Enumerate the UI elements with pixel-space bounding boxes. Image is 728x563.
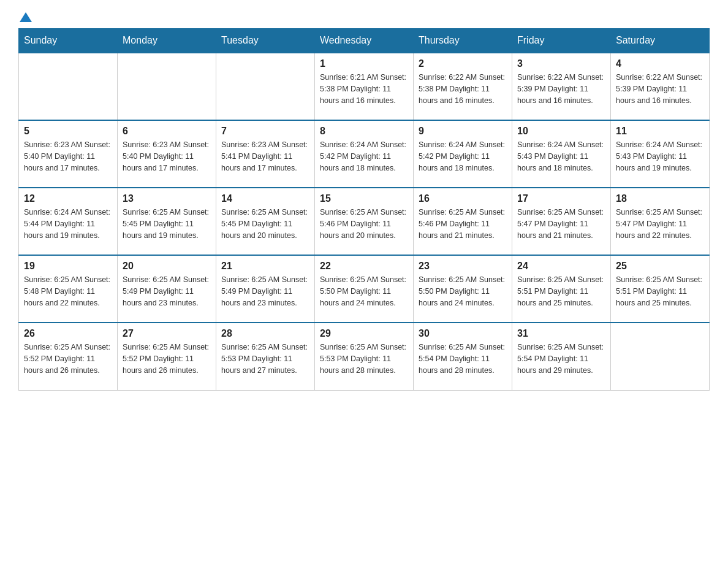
calendar-cell: 15Sunrise: 6:25 AM Sunset: 5:46 PM Dayli… xyxy=(315,188,414,255)
calendar-cell: 27Sunrise: 6:25 AM Sunset: 5:52 PM Dayli… xyxy=(118,323,216,390)
calendar-table: SundayMondayTuesdayWednesdayThursdayFrid… xyxy=(18,28,710,391)
calendar-cell: 7Sunrise: 6:23 AM Sunset: 5:41 PM Daylig… xyxy=(216,120,315,188)
calendar-cell: 1Sunrise: 6:21 AM Sunset: 5:38 PM Daylig… xyxy=(315,53,414,120)
day-number: 8 xyxy=(320,126,408,137)
logo xyxy=(18,12,32,22)
day-number: 29 xyxy=(320,328,408,339)
week-row-3: 12Sunrise: 6:24 AM Sunset: 5:44 PM Dayli… xyxy=(19,188,710,255)
calendar-cell: 16Sunrise: 6:25 AM Sunset: 5:46 PM Dayli… xyxy=(414,188,512,255)
day-info: Sunrise: 6:23 AM Sunset: 5:41 PM Dayligh… xyxy=(221,139,309,174)
calendar-cell: 13Sunrise: 6:25 AM Sunset: 5:45 PM Dayli… xyxy=(118,188,216,255)
calendar-cell: 6Sunrise: 6:23 AM Sunset: 5:40 PM Daylig… xyxy=(118,120,216,188)
day-info: Sunrise: 6:21 AM Sunset: 5:38 PM Dayligh… xyxy=(320,72,408,106)
week-row-5: 26Sunrise: 6:25 AM Sunset: 5:52 PM Dayli… xyxy=(19,323,710,390)
calendar-cell: 4Sunrise: 6:22 AM Sunset: 5:39 PM Daylig… xyxy=(611,53,710,120)
calendar-cell: 10Sunrise: 6:24 AM Sunset: 5:43 PM Dayli… xyxy=(512,120,611,188)
day-info: Sunrise: 6:25 AM Sunset: 5:49 PM Dayligh… xyxy=(221,274,309,308)
day-number: 20 xyxy=(123,261,211,272)
calendar-cell: 29Sunrise: 6:25 AM Sunset: 5:53 PM Dayli… xyxy=(315,323,414,390)
day-info: Sunrise: 6:25 AM Sunset: 5:45 PM Dayligh… xyxy=(221,207,309,241)
day-number: 27 xyxy=(123,328,211,339)
day-number: 15 xyxy=(320,193,408,204)
day-number: 11 xyxy=(616,126,704,137)
day-number: 28 xyxy=(221,328,309,339)
calendar-cell xyxy=(216,53,315,120)
header-day-wednesday: Wednesday xyxy=(315,29,414,53)
week-row-1: 1Sunrise: 6:21 AM Sunset: 5:38 PM Daylig… xyxy=(19,53,710,120)
day-info: Sunrise: 6:24 AM Sunset: 5:43 PM Dayligh… xyxy=(616,139,704,174)
day-info: Sunrise: 6:25 AM Sunset: 5:46 PM Dayligh… xyxy=(320,207,408,241)
header-day-saturday: Saturday xyxy=(611,29,710,53)
day-number: 1 xyxy=(320,58,408,69)
header-day-monday: Monday xyxy=(118,29,216,53)
day-info: Sunrise: 6:25 AM Sunset: 5:54 PM Dayligh… xyxy=(517,342,605,376)
calendar-cell: 2Sunrise: 6:22 AM Sunset: 5:38 PM Daylig… xyxy=(414,53,512,120)
day-number: 9 xyxy=(419,126,507,137)
calendar-cell: 14Sunrise: 6:25 AM Sunset: 5:45 PM Dayli… xyxy=(216,188,315,255)
day-number: 18 xyxy=(616,193,704,204)
calendar-cell: 30Sunrise: 6:25 AM Sunset: 5:54 PM Dayli… xyxy=(414,323,512,390)
day-info: Sunrise: 6:22 AM Sunset: 5:38 PM Dayligh… xyxy=(419,72,507,106)
calendar-cell: 18Sunrise: 6:25 AM Sunset: 5:47 PM Dayli… xyxy=(611,188,710,255)
header-day-sunday: Sunday xyxy=(19,29,118,53)
calendar-cell: 31Sunrise: 6:25 AM Sunset: 5:54 PM Dayli… xyxy=(512,323,611,390)
calendar-cell: 28Sunrise: 6:25 AM Sunset: 5:53 PM Dayli… xyxy=(216,323,315,390)
day-info: Sunrise: 6:25 AM Sunset: 5:53 PM Dayligh… xyxy=(320,342,408,376)
day-info: Sunrise: 6:24 AM Sunset: 5:43 PM Dayligh… xyxy=(517,139,605,174)
day-info: Sunrise: 6:25 AM Sunset: 5:52 PM Dayligh… xyxy=(24,342,112,376)
day-info: Sunrise: 6:23 AM Sunset: 5:40 PM Dayligh… xyxy=(24,139,112,174)
calendar-cell: 20Sunrise: 6:25 AM Sunset: 5:49 PM Dayli… xyxy=(118,255,216,323)
calendar-cell: 26Sunrise: 6:25 AM Sunset: 5:52 PM Dayli… xyxy=(19,323,118,390)
day-info: Sunrise: 6:25 AM Sunset: 5:47 PM Dayligh… xyxy=(616,207,704,241)
day-number: 23 xyxy=(419,261,507,272)
calendar-cell: 11Sunrise: 6:24 AM Sunset: 5:43 PM Dayli… xyxy=(611,120,710,188)
calendar-cell: 3Sunrise: 6:22 AM Sunset: 5:39 PM Daylig… xyxy=(512,53,611,120)
week-row-4: 19Sunrise: 6:25 AM Sunset: 5:48 PM Dayli… xyxy=(19,255,710,323)
day-info: Sunrise: 6:25 AM Sunset: 5:50 PM Dayligh… xyxy=(419,274,507,308)
calendar-cell: 17Sunrise: 6:25 AM Sunset: 5:47 PM Dayli… xyxy=(512,188,611,255)
day-number: 30 xyxy=(419,328,507,339)
day-number: 14 xyxy=(221,193,309,204)
day-info: Sunrise: 6:25 AM Sunset: 5:51 PM Dayligh… xyxy=(517,274,605,308)
calendar-cell: 24Sunrise: 6:25 AM Sunset: 5:51 PM Dayli… xyxy=(512,255,611,323)
day-number: 3 xyxy=(517,58,605,69)
calendar-cell: 9Sunrise: 6:24 AM Sunset: 5:42 PM Daylig… xyxy=(414,120,512,188)
day-number: 2 xyxy=(419,58,507,69)
calendar-cell: 8Sunrise: 6:24 AM Sunset: 5:42 PM Daylig… xyxy=(315,120,414,188)
page-header xyxy=(18,12,710,22)
day-number: 10 xyxy=(517,126,605,137)
day-number: 6 xyxy=(123,126,211,137)
day-info: Sunrise: 6:25 AM Sunset: 5:51 PM Dayligh… xyxy=(616,274,704,308)
header-row: SundayMondayTuesdayWednesdayThursdayFrid… xyxy=(19,29,710,53)
day-info: Sunrise: 6:24 AM Sunset: 5:42 PM Dayligh… xyxy=(320,139,408,174)
day-info: Sunrise: 6:25 AM Sunset: 5:45 PM Dayligh… xyxy=(123,207,211,241)
day-number: 31 xyxy=(517,328,605,339)
day-number: 7 xyxy=(221,126,309,137)
day-number: 24 xyxy=(517,261,605,272)
day-info: Sunrise: 6:25 AM Sunset: 5:48 PM Dayligh… xyxy=(24,274,112,308)
header-day-thursday: Thursday xyxy=(414,29,512,53)
day-number: 13 xyxy=(123,193,211,204)
day-info: Sunrise: 6:22 AM Sunset: 5:39 PM Dayligh… xyxy=(517,72,605,106)
day-info: Sunrise: 6:25 AM Sunset: 5:49 PM Dayligh… xyxy=(123,274,211,308)
calendar-cell xyxy=(19,53,118,120)
calendar-cell: 21Sunrise: 6:25 AM Sunset: 5:49 PM Dayli… xyxy=(216,255,315,323)
day-number: 19 xyxy=(24,261,112,272)
day-number: 17 xyxy=(517,193,605,204)
week-row-2: 5Sunrise: 6:23 AM Sunset: 5:40 PM Daylig… xyxy=(19,120,710,188)
day-info: Sunrise: 6:25 AM Sunset: 5:54 PM Dayligh… xyxy=(419,342,507,376)
day-info: Sunrise: 6:25 AM Sunset: 5:47 PM Dayligh… xyxy=(517,207,605,241)
day-number: 26 xyxy=(24,328,112,339)
day-info: Sunrise: 6:23 AM Sunset: 5:40 PM Dayligh… xyxy=(123,139,211,174)
calendar-cell: 19Sunrise: 6:25 AM Sunset: 5:48 PM Dayli… xyxy=(19,255,118,323)
day-number: 5 xyxy=(24,126,112,137)
calendar-cell: 23Sunrise: 6:25 AM Sunset: 5:50 PM Dayli… xyxy=(414,255,512,323)
day-info: Sunrise: 6:22 AM Sunset: 5:39 PM Dayligh… xyxy=(616,72,704,106)
day-number: 12 xyxy=(24,193,112,204)
calendar-cell: 12Sunrise: 6:24 AM Sunset: 5:44 PM Dayli… xyxy=(19,188,118,255)
calendar-cell xyxy=(118,53,216,120)
day-number: 16 xyxy=(419,193,507,204)
day-info: Sunrise: 6:24 AM Sunset: 5:42 PM Dayligh… xyxy=(419,139,507,174)
day-info: Sunrise: 6:25 AM Sunset: 5:52 PM Dayligh… xyxy=(123,342,211,376)
calendar-cell: 5Sunrise: 6:23 AM Sunset: 5:40 PM Daylig… xyxy=(19,120,118,188)
